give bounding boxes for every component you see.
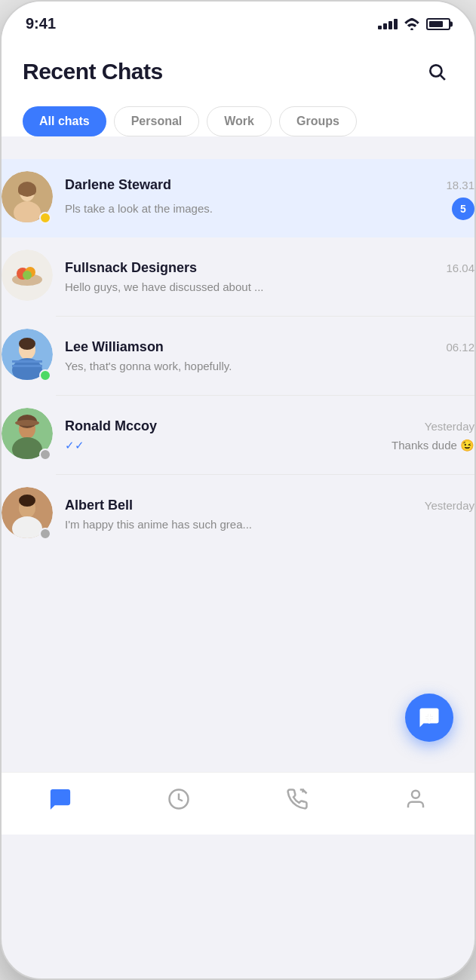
chat-message-lee: Yes, that's gonna work, hopefully. (65, 360, 232, 372)
page-title: Recent Chats (23, 59, 163, 84)
new-chat-fab[interactable] (405, 694, 453, 742)
chat-preview-lee: Yes, that's gonna work, hopefully. (65, 360, 474, 372)
unread-badge-darlene: 5 (452, 198, 474, 220)
svg-point-32 (412, 791, 419, 798)
chat-item-albert[interactable]: Albert Bell Yesterday I'm happy this ani… (0, 475, 476, 553)
avatar-fullsnack (2, 250, 53, 301)
nav-item-history[interactable] (152, 785, 205, 813)
chat-time-fullsnack: 16.04 (446, 262, 474, 274)
chat-item-lee[interactable]: Lee Williamson 06.12 Yes, that's gonna w… (0, 317, 476, 395)
chat-info-albert: Albert Bell Yesterday I'm happy this ani… (65, 498, 474, 531)
bottom-nav (2, 772, 474, 835)
status-bar: 9:41 (2, 2, 474, 40)
main-content: Recent Chats All chats Personal Work Gro… (2, 40, 474, 136)
svg-point-23 (15, 420, 39, 426)
status-icons (378, 18, 450, 30)
svg-point-27 (19, 495, 35, 507)
profile-nav-icon (404, 788, 427, 810)
chat-list: Darlene Steward 18.31 Pls take a look at… (0, 152, 476, 561)
header: Recent Chats (23, 55, 453, 88)
phone-frame: 9:41 Recent Chats (0, 0, 476, 980)
status-dot-lee (39, 369, 51, 381)
status-dot-ronald (39, 449, 51, 461)
signal-icon (378, 19, 398, 29)
chat-time-ronald: Yesterday (425, 420, 474, 433)
search-icon (427, 62, 447, 81)
chat-info-lee: Lee Williamson 06.12 Yes, that's gonna w… (65, 339, 474, 372)
chat-nav-icon (49, 788, 72, 810)
double-check-icon: ✓✓ (65, 439, 84, 452)
svg-point-0 (410, 28, 413, 30)
tab-work[interactable]: Work (207, 106, 272, 136)
nav-item-profile[interactable] (389, 785, 442, 813)
svg-point-18 (19, 338, 35, 350)
search-button[interactable] (420, 55, 453, 88)
chat-header-ronald: Ronald Mccoy Yesterday (65, 418, 474, 434)
chat-header-albert: Albert Bell Yesterday (65, 498, 474, 513)
chat-preview-ronald: ✓✓ Thanks dude 😉 (65, 439, 474, 452)
status-time: 9:41 (26, 15, 56, 32)
avatar-wrap-darlene (2, 171, 53, 225)
svg-rect-17 (12, 365, 42, 367)
avatar-wrap-fullsnack (2, 250, 53, 304)
battery-icon (426, 18, 450, 30)
svg-rect-16 (12, 360, 42, 363)
chat-name-fullsnack: Fullsnack Designers (65, 260, 197, 276)
chat-header-darlene: Darlene Steward 18.31 (65, 177, 474, 193)
chat-message-ronald: Thanks dude 😉 (392, 439, 474, 452)
calls-nav-icon (286, 788, 309, 810)
new-chat-icon (418, 706, 441, 729)
chat-preview-darlene: Pls take a look at the images. 5 (65, 198, 474, 220)
chat-info-fullsnack: Fullsnack Designers 16.04 Hello guys, we… (65, 260, 474, 293)
avatar-wrap-ronald (2, 408, 53, 462)
chat-name-ronald: Ronald Mccoy (65, 418, 157, 434)
chat-message-fullsnack: Hello guys, we have discussed about ... (65, 280, 263, 293)
chat-info-ronald: Ronald Mccoy Yesterday ✓✓ Thanks dude 😉 (65, 418, 474, 452)
avatar-wrap-albert (2, 487, 53, 541)
chat-header-lee: Lee Williamson 06.12 (65, 339, 474, 355)
history-nav-icon (167, 788, 190, 810)
chat-item-darlene[interactable]: Darlene Steward 18.31 Pls take a look at… (0, 159, 476, 237)
chat-header-fullsnack: Fullsnack Designers 16.04 (65, 260, 474, 276)
status-dot-albert (39, 528, 51, 540)
nav-item-calls[interactable] (271, 785, 324, 813)
chat-name-lee: Lee Williamson (65, 339, 164, 355)
svg-rect-7 (18, 186, 36, 195)
chat-time-albert: Yesterday (425, 499, 474, 512)
wifi-icon (404, 18, 420, 30)
chat-preview-albert: I'm happy this anime has such grea... (65, 518, 474, 531)
chat-preview-fullsnack: Hello guys, we have discussed about ... (65, 280, 474, 293)
svg-point-12 (23, 271, 32, 280)
chat-name-albert: Albert Bell (65, 498, 133, 513)
chat-info-darlene: Darlene Steward 18.31 Pls take a look at… (65, 177, 474, 220)
chat-message-darlene: Pls take a look at the images. (65, 202, 213, 215)
chat-item-ronald[interactable]: Ronald Mccoy Yesterday ✓✓ Thanks dude 😉 (0, 396, 476, 474)
tab-all-chats[interactable]: All chats (23, 106, 106, 136)
svg-point-1 (430, 65, 441, 76)
tab-groups[interactable]: Groups (279, 106, 357, 136)
bottom-area (2, 561, 474, 772)
chat-name-darlene: Darlene Steward (65, 177, 171, 193)
status-dot-darlene (39, 212, 51, 224)
chat-item-fullsnack[interactable]: Fullsnack Designers 16.04 Hello guys, we… (0, 237, 476, 316)
chat-time-darlene: 18.31 (446, 179, 474, 191)
tab-personal[interactable]: Personal (114, 106, 200, 136)
chat-time-lee: 06.12 (446, 341, 474, 354)
svg-line-2 (441, 75, 445, 80)
avatar-wrap-lee (2, 329, 53, 383)
chat-message-albert: I'm happy this anime has such grea... (65, 518, 252, 531)
tabs-container: All chats Personal Work Groups (23, 106, 453, 136)
nav-item-chat[interactable] (34, 785, 87, 813)
